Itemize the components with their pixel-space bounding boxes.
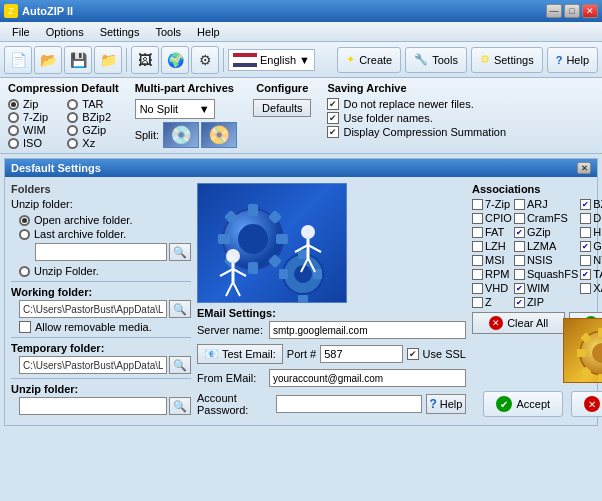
compression-7zip[interactable]: 7-Zip — [8, 111, 59, 123]
port-input[interactable] — [320, 345, 402, 363]
language-select[interactable]: English ▼ — [228, 49, 315, 71]
help-button-email[interactable]: ? Help — [426, 394, 466, 414]
assoc-msi[interactable]: MSI — [472, 254, 512, 266]
assoc-lzma[interactable]: LZMA — [514, 240, 578, 252]
open-archive-option[interactable]: Open archive folder. — [19, 214, 191, 226]
chk-arj[interactable] — [514, 199, 525, 210]
assoc-xar[interactable]: XAR — [580, 282, 602, 294]
from-email-input[interactable] — [269, 369, 466, 387]
working-browse-button[interactable]: 🔍 — [169, 300, 191, 318]
help-button[interactable]: ? Help — [547, 47, 598, 73]
chk-msi[interactable] — [472, 255, 483, 266]
last-archive-option[interactable]: Last archive folder. — [19, 228, 191, 240]
toolbar-btn-3[interactable]: 💾 — [64, 46, 92, 74]
unzip-path-input[interactable] — [35, 243, 167, 261]
toolbar-btn-1[interactable]: 📄 — [4, 46, 32, 74]
allow-removable-row[interactable]: Allow removable media. — [19, 321, 191, 333]
chk-deb[interactable] — [580, 213, 591, 224]
chk-rpm[interactable] — [472, 269, 483, 280]
minimize-button[interactable]: — — [546, 4, 562, 18]
menu-options[interactable]: Options — [38, 24, 92, 40]
compression-wim[interactable]: WIM — [8, 124, 59, 136]
radio-bzip2[interactable] — [67, 112, 78, 123]
assoc-fat[interactable]: FAT — [472, 226, 512, 238]
compression-zip[interactable]: Zip — [8, 98, 59, 110]
assoc-lzh[interactable]: LZH — [472, 240, 512, 252]
cancel-button[interactable]: ✕ Cancel — [571, 391, 602, 417]
chk-ssl[interactable]: ✔ — [407, 348, 419, 360]
assoc-arj[interactable]: ARJ — [514, 198, 578, 210]
chk-xar[interactable] — [580, 283, 591, 294]
saving-opt-2[interactable]: ✔ Use folder names. — [327, 112, 506, 124]
chk-nsis[interactable] — [514, 255, 525, 266]
test-email-button[interactable]: 📧 Test Email: — [197, 344, 283, 364]
create-button[interactable]: ✦ Create — [337, 47, 401, 73]
unzip-browse-button[interactable]: 🔍 — [169, 243, 191, 261]
assoc-wim[interactable]: ✔WIM — [514, 282, 578, 294]
chk-cramfs[interactable] — [514, 213, 525, 224]
toolbar-btn-5[interactable]: 🖼 — [131, 46, 159, 74]
chk-bzip2[interactable]: ✔ — [580, 199, 591, 210]
unzip-folder-option[interactable]: Unzip Folder. — [19, 265, 191, 277]
compression-iso[interactable]: ISO — [8, 137, 59, 149]
temp-browse-button[interactable]: 🔍 — [169, 356, 191, 374]
settings-button[interactable]: ⚙ Settings — [471, 47, 543, 73]
toolbar-btn-2[interactable]: 📂 — [34, 46, 62, 74]
assoc-z[interactable]: Z — [472, 296, 512, 308]
assoc-cramfs[interactable]: CramFS — [514, 212, 578, 224]
assoc-gzip3[interactable]: ✔GZip — [580, 240, 602, 252]
assoc-gzip2[interactable]: ✔GZip — [514, 226, 578, 238]
close-button[interactable]: ✕ — [582, 4, 598, 18]
saving-opt-3[interactable]: ✔ Display Compression Summation — [327, 126, 506, 138]
assoc-squashfs[interactable]: SquashFS — [514, 268, 578, 280]
chk-fat[interactable] — [472, 227, 483, 238]
chk-squashfs[interactable] — [514, 269, 525, 280]
chk-display-comp[interactable]: ✔ — [327, 126, 339, 138]
chk-zip[interactable]: ✔ — [514, 297, 525, 308]
toolbar-btn-7[interactable]: ⚙ — [191, 46, 219, 74]
toolbar-btn-6[interactable]: 🌍 — [161, 46, 189, 74]
compression-tar[interactable]: TAR — [67, 98, 118, 110]
temp-folder-input[interactable] — [19, 356, 167, 374]
chk-vhd[interactable] — [472, 283, 483, 294]
server-input[interactable] — [269, 321, 466, 339]
radio-iso[interactable] — [8, 138, 19, 149]
radio-xz[interactable] — [67, 138, 78, 149]
chk-no-replace[interactable]: ✔ — [327, 98, 339, 110]
radio-gzip[interactable] — [67, 125, 78, 136]
menu-tools[interactable]: Tools — [147, 24, 189, 40]
compression-gzip[interactable]: GZip — [67, 124, 118, 136]
toolbar-btn-4[interactable]: 📁 — [94, 46, 122, 74]
assoc-nsis[interactable]: NSIS — [514, 254, 578, 266]
tools-button[interactable]: 🔧 Tools — [405, 47, 467, 73]
saving-opt-1[interactable]: ✔ Do not replace newer files. — [327, 98, 506, 110]
working-folder-input[interactable] — [19, 300, 167, 318]
unzip-folder-path-input[interactable] — [19, 397, 167, 415]
assoc-7zip[interactable]: 7-Zip — [472, 198, 512, 210]
assoc-zip[interactable]: ✔ZIP — [514, 296, 578, 308]
unzip-folder-browse-button[interactable]: 🔍 — [169, 397, 191, 415]
chk-cpio[interactable] — [472, 213, 483, 224]
password-input[interactable] — [276, 395, 422, 413]
assoc-cpio[interactable]: CPIO — [472, 212, 512, 224]
chk-gzip3[interactable]: ✔ — [580, 241, 591, 252]
chk-hfs[interactable] — [580, 227, 591, 238]
maximize-button[interactable]: □ — [564, 4, 580, 18]
chk-wim[interactable]: ✔ — [514, 283, 525, 294]
panel-close-button[interactable]: ✕ — [577, 162, 591, 174]
chk-ntfs[interactable] — [580, 255, 591, 266]
assoc-hfs[interactable]: HFS — [580, 226, 602, 238]
menu-settings[interactable]: Settings — [92, 24, 148, 40]
assoc-ntfs[interactable]: NTFS — [580, 254, 602, 266]
assoc-bzip2[interactable]: ✔BZip2 — [580, 198, 602, 210]
chk-gzip2[interactable]: ✔ — [514, 227, 525, 238]
assoc-deb[interactable]: DEB — [580, 212, 602, 224]
radio-tar[interactable] — [67, 99, 78, 110]
compression-xz[interactable]: Xz — [67, 137, 118, 149]
chk-lzh[interactable] — [472, 241, 483, 252]
radio-open-archive[interactable] — [19, 215, 30, 226]
multipart-select[interactable]: No Split ▼ — [135, 99, 215, 119]
menu-file[interactable]: File — [4, 24, 38, 40]
chk-use-folder[interactable]: ✔ — [327, 112, 339, 124]
chk-tar[interactable]: ✔ — [580, 269, 591, 280]
